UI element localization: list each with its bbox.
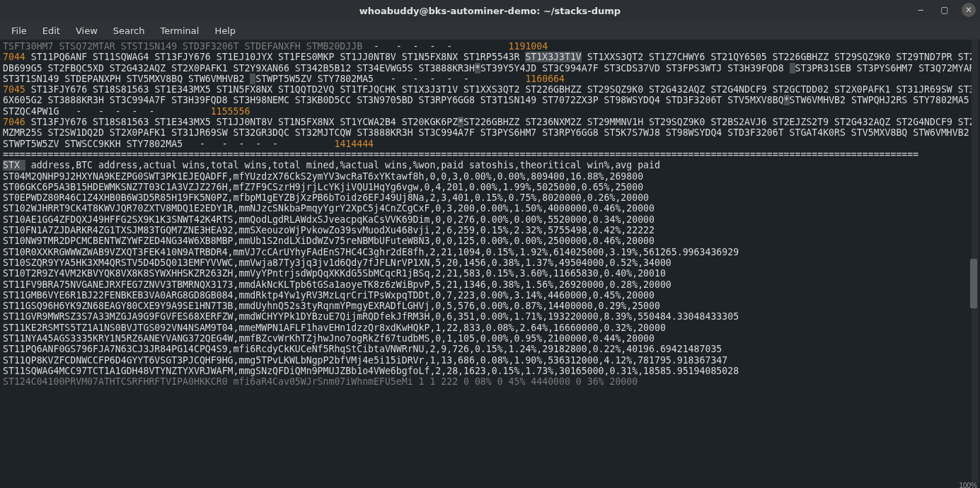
terminal-line: ST11KE2RSMTS5TZ1A1NS0BVJTGS092VN4NSAM9T0… [3, 323, 977, 333]
terminal-line: ST10T2R9ZY4VM2KBVYQK8VX8K8SYWXHHSKZR263Z… [3, 268, 977, 279]
terminal-line: ST10FN1A7ZJDARKR4ZG1TXSJM83TGQM7ZNE3HEA9… [3, 225, 977, 236]
menu-help[interactable]: Help [207, 23, 243, 38]
terminal-line: ST11GSQ96H6YK9ZN68EAGY80CXE9Y9A9SE1HN7T3… [3, 301, 977, 311]
terminal-output[interactable]: TSFT30HM7 STSQ72MTAR STST1SN149 STD3F320… [0, 40, 980, 389]
window-controls: − ▢ ✕ [913, 3, 976, 17]
terminal-line: ST10AE1GG4ZFDQXJ49HFFG2SX9K1K3SNWT42K4RT… [3, 214, 977, 225]
terminal-line: ST11FV9BRA75NVGANEJRXFEG7ZNVV3TBMRNQX317… [3, 279, 977, 290]
terminal-line: ST124C04100PRVM07ATHTCSRFHRFTVIPA0HKKCR0… [3, 376, 977, 387]
titlebar: whoabuddy@bks-autominer-demo: ~/stacks-d… [0, 0, 980, 21]
terminal-line: 7044 ST11PQ6ANF ST11SQWAG4 ST13FJY676 ST… [3, 52, 977, 84]
close-button[interactable]: ✕ [962, 3, 976, 17]
terminal-line: ST11SQWAG4MCC97TCT1A1GDH48VTYNZTYXVRJWAF… [3, 366, 977, 376]
terminal-line: ST10R0XXKRGWWWZWAB9VZXQT3FEK410N9ATRBDR4… [3, 247, 977, 257]
terminal-line: ST0EPWDZ80R46C1Z4XHB0B6W3D5R85H19FK5N0PZ… [3, 192, 977, 203]
terminal-line: ST102WJHRRT9CK4T8KWVJQR70ZXTV8MDQ1E2EDY1… [3, 203, 977, 214]
maximize-button[interactable]: ▢ [938, 3, 952, 17]
terminal-line: 7045 ST13FJY676 ST18S81563 ST1E343MX5 ST… [3, 84, 977, 117]
menu-edit[interactable]: Edit [35, 23, 67, 38]
scrollbar-track[interactable] [972, 40, 979, 484]
terminal-line: ST06GKC6P5A3B15HDEWMKSNZ7T03C1A3VZJZ276H… [3, 182, 977, 192]
terminal-line: ST11PQ6ANF0GS796FJA7N63CJ3JR84PG14CPQ4S9… [3, 344, 977, 354]
terminal-line: ========================================… [3, 149, 977, 160]
terminal-line: ST11GVR9MWRSZ3S7A33MZGJA9G9FGVFES68XERFZ… [3, 311, 977, 322]
terminal-line: ST11GMB6VYE6R1BJ22FENBKEB3VA0ARG8GD8GB08… [3, 290, 977, 301]
terminal-line: ST04M2QNHP9J2HXYNA9KEZPG0SWT3PK1EJEQADFF… [3, 171, 977, 182]
window-title: whoabuddy@bks-autominer-demo: ~/stacks-d… [359, 6, 621, 16]
scrollbar-thumb[interactable] [970, 259, 977, 308]
terminal-line: STX address,BTC address,actual wins,tota… [3, 160, 977, 170]
terminal-line: 7046 ST13FJY676 ST18S81563 ST1E343MX5 ST… [3, 117, 977, 149]
page-indicator: 100% [959, 482, 977, 488]
menu-search[interactable]: Search [106, 23, 152, 38]
menu-file[interactable]: File [4, 23, 34, 38]
terminal-line: ST11QP8KVZFCDNWCCFP6D4GYYT6VSGT3PJCQHF9H… [3, 355, 977, 366]
terminal-line: ST10SZQR9YYA5HK3XM4QRSTV5D4D5Q013EMFYVVW… [3, 257, 977, 268]
menu-terminal[interactable]: Terminal [153, 23, 206, 38]
minimize-button[interactable]: − [913, 3, 928, 17]
menubar: File Edit View Search Terminal Help [0, 21, 980, 40]
terminal-line: ST10NW9TMR2DPCMCBENTWZYWFZED4NG34W6XB8MB… [3, 236, 977, 246]
terminal-line: ST11NYA45AGS3335KRY1N5RZ6ANEYVANG372QEG4… [3, 333, 977, 344]
terminal-line: TSFT30HM7 STSQ72MTAR STST1SN149 STD3F320… [3, 41, 977, 52]
menu-view[interactable]: View [69, 23, 105, 38]
